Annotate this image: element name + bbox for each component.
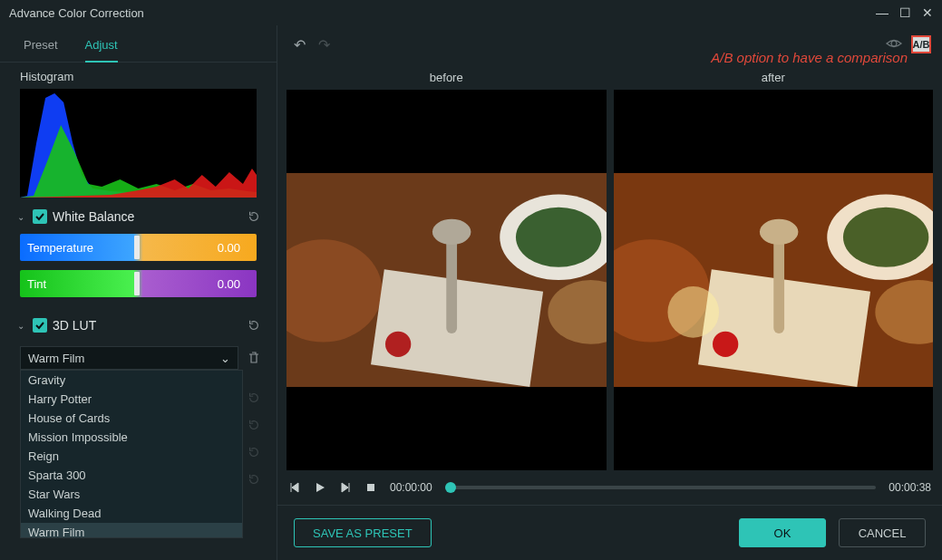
lut-option[interactable]: Star Wars — [21, 485, 242, 504]
temperature-slider[interactable]: Temperature 0.00 — [20, 234, 257, 261]
tint-value: 0.00 — [218, 277, 240, 291]
white-balance-label: White Balance — [53, 209, 240, 224]
lut-dropdown-button[interactable]: Warm Film ⌄ — [20, 346, 238, 370]
close-button[interactable]: ✕ — [922, 6, 933, 19]
after-canvas — [614, 90, 934, 470]
tint-label: Tint — [27, 277, 46, 291]
svg-point-8 — [432, 219, 471, 245]
preview-pane: A/B option to have a comparison ↶ ↷ A/B … — [277, 25, 942, 560]
svg-point-12 — [842, 208, 927, 267]
lut-selected: Warm Film — [28, 352, 84, 365]
maximize-button[interactable]: ☐ — [899, 6, 911, 19]
svg-rect-16 — [773, 237, 784, 333]
seek-handle[interactable] — [445, 482, 456, 493]
lut-option[interactable]: Warm Film — [21, 523, 242, 538]
temperature-label: Temperature — [27, 241, 93, 255]
undo-button[interactable]: ↶ — [294, 36, 306, 53]
white-balance-section: ⌄ White Balance — [0, 205, 277, 228]
temperature-value: 0.00 — [218, 241, 240, 255]
histogram-label: Histogram — [0, 63, 277, 87]
playback-bar: 00:00:00 00:00:38 — [277, 474, 942, 506]
titlebar: Advance Color Correction — ☐ ✕ — [0, 0, 942, 25]
chevron-down-icon: ⌄ — [220, 352, 230, 365]
window-controls: — ☐ ✕ — [876, 6, 933, 19]
lut-option[interactable]: Harry Potter — [21, 390, 242, 409]
slider-handle[interactable] — [134, 272, 140, 295]
time-total: 00:00:38 — [889, 481, 931, 494]
lut-option[interactable]: Mission Impossible — [21, 428, 242, 447]
sidebar-tabs: Preset Adjust — [0, 25, 277, 63]
histogram-display — [20, 89, 257, 198]
reset-icon[interactable] — [246, 317, 262, 333]
chevron-down-icon[interactable]: ⌄ — [15, 212, 27, 222]
redo-button[interactable]: ↷ — [318, 36, 330, 53]
footer: SAVE AS PRESET OK CANCEL — [277, 506, 942, 560]
reset-icon[interactable] — [246, 208, 262, 225]
reset-icon[interactable] — [246, 471, 262, 488]
reset-icon[interactable] — [246, 390, 262, 406]
play-button[interactable] — [314, 481, 326, 494]
tab-adjust[interactable]: Adjust — [85, 33, 118, 63]
next-frame-button[interactable] — [339, 481, 352, 494]
save-preset-button[interactable]: SAVE AS PRESET — [294, 518, 432, 547]
lut-option[interactable]: Walking Dead — [21, 504, 242, 523]
reset-icon[interactable] — [246, 444, 262, 460]
slider-handle[interactable] — [134, 236, 140, 259]
svg-rect-7 — [446, 237, 457, 333]
tab-preset[interactable]: Preset — [24, 33, 58, 62]
svg-rect-19 — [367, 484, 374, 491]
lut-section: ⌄ 3D LUT — [0, 314, 277, 337]
time-current: 00:00:00 — [390, 481, 432, 494]
seek-bar[interactable] — [445, 486, 877, 489]
minimize-button[interactable]: — — [876, 6, 889, 19]
window-title: Advance Color Correction — [9, 6, 144, 20]
lut-label: 3D LUT — [53, 318, 240, 333]
prev-frame-button[interactable] — [288, 481, 301, 494]
reset-icon[interactable] — [246, 417, 262, 433]
cancel-button[interactable]: CANCEL — [839, 518, 926, 547]
white-balance-checkbox[interactable] — [33, 209, 47, 224]
eye-icon[interactable] — [886, 35, 902, 54]
lut-checkbox[interactable] — [33, 318, 47, 333]
ok-button[interactable]: OK — [739, 518, 826, 547]
chevron-down-icon[interactable]: ⌄ — [15, 321, 27, 331]
svg-point-15 — [712, 332, 737, 357]
lut-option[interactable]: Gravity — [21, 371, 242, 390]
svg-point-3 — [516, 208, 601, 267]
svg-point-6 — [385, 332, 411, 357]
sidebar: Preset Adjust Histogram ⌄ White Balance — [0, 25, 277, 560]
tint-slider[interactable]: Tint 0.00 — [20, 270, 257, 297]
lut-option[interactable]: Sparta 300 — [21, 466, 242, 485]
svg-point-18 — [667, 286, 719, 338]
svg-point-17 — [759, 219, 797, 245]
stop-button[interactable] — [364, 481, 377, 494]
ab-compare-button[interactable]: A/B — [911, 35, 931, 53]
lut-dropdown-list: Gravity Harry Potter House of Cards Miss… — [20, 370, 243, 538]
before-canvas — [286, 90, 607, 470]
lut-option[interactable]: House of Cards — [21, 409, 242, 428]
lut-dropdown[interactable]: Warm Film ⌄ Gravity Harry Potter House o… — [20, 346, 238, 370]
after-label: after — [614, 71, 934, 84]
lut-option[interactable]: Reign — [21, 447, 242, 466]
before-label: before — [286, 71, 607, 84]
trash-icon[interactable] — [246, 350, 262, 366]
